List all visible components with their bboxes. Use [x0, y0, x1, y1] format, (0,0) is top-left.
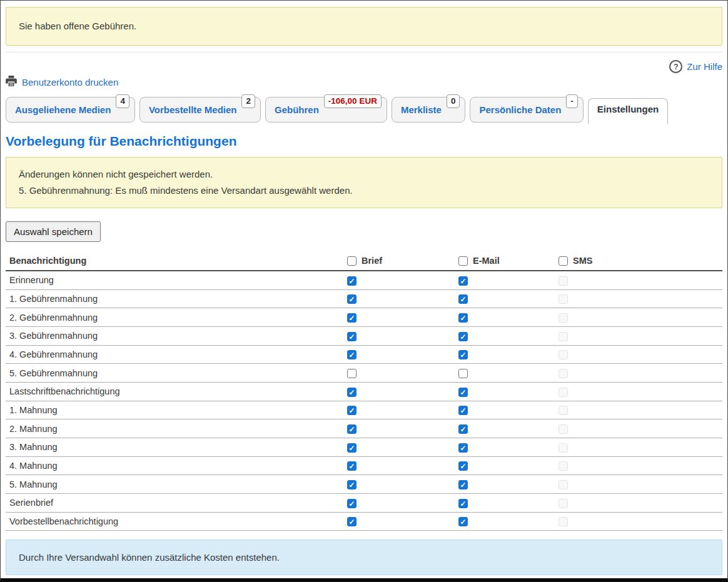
table-row: 1. Gebührenmahnung✓✓: [6, 289, 722, 308]
cell-brief: ✓: [343, 289, 455, 308]
checkbox-email-1-geb-hrenmahnung[interactable]: ✓: [458, 294, 468, 304]
checkbox-email-erinnerung[interactable]: ✓: [458, 276, 468, 286]
section-divider: [6, 52, 722, 53]
checkbox-email-2-mahnung[interactable]: ✓: [458, 424, 468, 434]
tab-geb-hren[interactable]: Gebühren-106,00 EUR: [265, 97, 387, 123]
row-label: Lastschriftbenachrichtigung: [6, 383, 343, 401]
checkbox-email-3-geb-hrenmahnung[interactable]: ✓: [458, 332, 468, 341]
checkbox-brief-3-geb-hrenmahnung[interactable]: ✓: [347, 332, 356, 341]
checkbox-sms-2-mahnung: [559, 424, 568, 434]
cell-sms: [555, 308, 722, 327]
save-selection-button-top[interactable]: Auswahl speichern: [6, 221, 101, 242]
table-row: 4. Mahnung✓✓: [6, 456, 722, 475]
checkbox-email-vorbestellbenachrichtigung[interactable]: ✓: [458, 517, 468, 526]
save-warning-line-1: Änderungen können nicht gespeichert werd…: [19, 166, 709, 183]
row-label: 5. Mahnung: [6, 475, 343, 494]
checkbox-brief-5-geb-hrenmahnung[interactable]: [347, 369, 356, 378]
tab-ausgeliehene-medien[interactable]: Ausgeliehene Medien4: [6, 97, 135, 123]
checkbox-sms-3-mahnung: [559, 443, 568, 453]
tab-badge: 4: [116, 94, 129, 108]
row-label: 3. Mahnung: [6, 438, 343, 457]
print-row: Benutzerkonto drucken: [6, 76, 722, 88]
row-label: 1. Gebührenmahnung: [6, 289, 343, 308]
cell-brief: ✓: [343, 438, 455, 457]
row-label: 4. Mahnung: [6, 456, 343, 475]
column-label-brief: Brief: [361, 256, 382, 266]
checkbox-brief-lastschriftbenachrichtigung[interactable]: ✓: [347, 388, 356, 397]
cell-brief: ✓: [343, 327, 455, 346]
cell-sms: [555, 271, 722, 289]
print-account-link[interactable]: Benutzerkonto drucken: [22, 77, 118, 88]
checkbox-brief-4-mahnung[interactable]: ✓: [347, 461, 356, 471]
cost-info-text: Durch Ihre Versandwahl können zusätzlich…: [19, 552, 280, 563]
row-label: Erinnerung: [6, 271, 343, 289]
checkbox-sms-3-geb-hrenmahnung: [559, 332, 568, 341]
checkbox-brief-2-geb-hrenmahnung[interactable]: ✓: [347, 313, 356, 323]
header-checkbox-brief[interactable]: [347, 256, 356, 266]
header-checkbox-sms[interactable]: [559, 256, 568, 266]
checkbox-email-lastschriftbenachrichtigung[interactable]: ✓: [458, 388, 468, 397]
tab-einstellungen[interactable]: Einstellungen: [588, 98, 668, 124]
tab-label: Ausgeliehene Medien: [15, 104, 111, 115]
checkbox-brief-5-mahnung[interactable]: ✓: [347, 480, 356, 489]
column-label-e-mail: E-Mail: [473, 256, 500, 266]
checkbox-email-5-mahnung[interactable]: ✓: [458, 480, 468, 489]
checkbox-brief-4-geb-hrenmahnung[interactable]: ✓: [347, 350, 356, 359]
row-label: 1. Mahnung: [6, 401, 343, 419]
checkbox-brief-2-mahnung[interactable]: ✓: [347, 424, 356, 434]
cost-info-box: Durch Ihre Versandwahl können zusätzlich…: [6, 539, 722, 575]
table-row: 3. Gebührenmahnung✓✓: [6, 327, 722, 346]
cell-email: [455, 364, 555, 383]
checkbox-brief-erinnerung[interactable]: ✓: [347, 276, 356, 286]
checkbox-brief-serienbrief[interactable]: ✓: [347, 499, 356, 508]
table-row: 1. Mahnung✓✓: [6, 401, 722, 419]
checkbox-email-2-geb-hrenmahnung[interactable]: ✓: [458, 313, 468, 323]
help-row: ? Zur Hilfe: [6, 60, 722, 73]
help-link[interactable]: Zur Hilfe: [687, 61, 722, 72]
table-row: 2. Mahnung✓✓: [6, 419, 722, 438]
checkbox-brief-3-mahnung[interactable]: ✓: [347, 443, 356, 453]
row-label: 5. Gebührenmahnung: [6, 364, 343, 383]
header-checkbox-e-mail[interactable]: [458, 256, 468, 266]
cell-brief: ✓: [343, 401, 455, 419]
row-label: 2. Gebührenmahnung: [6, 308, 343, 327]
cell-sms: [555, 438, 722, 457]
cell-brief: ✓: [343, 383, 455, 401]
checkbox-brief-1-mahnung[interactable]: ✓: [347, 406, 356, 415]
cell-email: ✓: [455, 345, 555, 364]
row-label: 4. Gebührenmahnung: [6, 345, 343, 364]
checkbox-email-serienbrief[interactable]: ✓: [458, 499, 468, 508]
cell-email: ✓: [455, 494, 555, 513]
tab-vorbestellte-medien[interactable]: Vorbestellte Medien2: [139, 97, 261, 123]
checkbox-email-5-geb-hrenmahnung[interactable]: [458, 369, 468, 378]
save-warning-line-2: 5. Gebührenmahnung: Es muß mindestens ei…: [19, 183, 709, 199]
cell-email: ✓: [455, 512, 555, 531]
checkbox-brief-vorbestellbenachrichtigung[interactable]: ✓: [347, 517, 356, 526]
cell-sms: [555, 475, 722, 494]
checkbox-brief-1-geb-hrenmahnung[interactable]: ✓: [347, 294, 356, 304]
checkbox-email-4-geb-hrenmahnung[interactable]: ✓: [458, 350, 468, 359]
cell-email: ✓: [455, 401, 555, 419]
cell-brief: ✓: [343, 512, 455, 531]
checkbox-email-3-mahnung[interactable]: ✓: [458, 443, 468, 453]
tab-label: Gebühren: [275, 104, 319, 115]
table-row: Erinnerung✓✓: [6, 271, 722, 289]
question-mark-circle-icon: ?: [669, 60, 682, 73]
tab-badge: 2: [241, 94, 255, 108]
cell-brief: [343, 364, 455, 383]
cell-sms: [555, 456, 722, 475]
cell-email: ✓: [455, 308, 555, 327]
column-header-sms: SMS: [555, 253, 722, 271]
tab-merkliste[interactable]: Merkliste0: [392, 97, 466, 123]
cell-sms: [555, 345, 722, 364]
checkbox-email-1-mahnung[interactable]: ✓: [458, 406, 468, 415]
column-label-sms: SMS: [573, 256, 592, 266]
row-label: 3. Gebührenmahnung: [6, 327, 343, 346]
column-header-email: E-Mail: [455, 253, 555, 271]
tab-pers-nliche-daten[interactable]: Persönliche Daten-: [470, 97, 583, 123]
cell-sms: [555, 512, 722, 531]
checkbox-sms-2-geb-hrenmahnung: [559, 313, 568, 323]
checkbox-email-4-mahnung[interactable]: ✓: [458, 461, 468, 471]
cell-brief: ✓: [343, 475, 455, 494]
tab-badge: -106,00 EUR: [324, 94, 382, 108]
